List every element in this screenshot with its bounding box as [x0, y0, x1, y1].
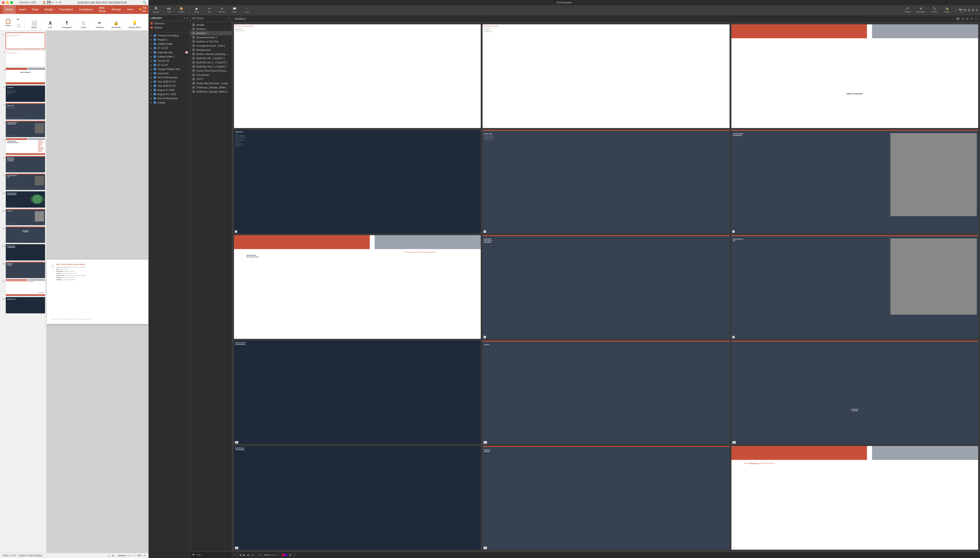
item-cptv[interactable]: CPTV [190, 77, 232, 81]
library-item-testjk[interactable]: ▶ Test for JK [148, 59, 190, 63]
theme-tool[interactable]: 🎨 Theme [176, 6, 187, 14]
insert-button[interactable]: □ Insert [79, 20, 88, 28]
pp-slide-6[interactable]: AVIATION CAREERAND MARRIAGE Look in the … [731, 130, 978, 233]
fit-icon[interactable]: ⊡ [144, 554, 145, 557]
design-ideas-button[interactable]: 💡 Design Ideas [128, 20, 141, 28]
item-amelia[interactable]: Amelia [190, 23, 232, 27]
item-build-my-life2[interactable]: Build My Life-2 - [ IndyCC ] [190, 64, 232, 69]
reflow-tool[interactable]: ⟳ Reflow [216, 6, 228, 14]
library-item-aug16[interactable]: ▶ August 16, 2020 [148, 92, 190, 96]
library-item-0712[interactable]: ▶ 07-12-20 [148, 46, 190, 50]
slide-thumb-13[interactable]: 13 RECORDS ANDACHIEVEMENTS [1, 244, 45, 261]
slide-thumb-16[interactable]: 16 WORKS CITED [1, 297, 45, 313]
slide-thumb-9[interactable]: 9 WORLD FLIGHT IN1937 Look in the slide … [1, 174, 45, 190]
pp-play-button[interactable]: ▶ [243, 553, 245, 556]
cut-button[interactable]: ✂ [14, 16, 22, 22]
pp-toolbar-grid-icon[interactable]: ⊞ [964, 8, 966, 12]
stage-tool[interactable]: 🎭 Stage [941, 6, 953, 14]
pp-loop-icon[interactable]: ↻ [252, 553, 254, 556]
slide-thumb-6[interactable]: 6 AVIATION CAREERAND MARRIAGE Look in th… [1, 121, 45, 137]
pp-slides-grid[interactable]: Here's your outline to get started Ameli… [232, 23, 980, 551]
pp-slide-13[interactable]: RECORDS ANDACHIEVEMENTS Look in the slid… [234, 446, 481, 550]
pp-maximize-button[interactable] [10, 1, 13, 4]
view-normal-icon[interactable]: ⬜ [107, 554, 110, 557]
library-item-themes[interactable]: ▶ Themes for testing [148, 33, 190, 38]
pp-slide-1[interactable]: Here's your outline to get started Ameli… [234, 25, 481, 128]
library-item-0712b[interactable]: ▶ 07-12-20 [148, 63, 190, 67]
new-slide-button[interactable]: ⬜ Slides [30, 20, 38, 28]
slide-thumb-5[interactable]: 5 EARLY LIFE Relation stops and marriage… [1, 103, 45, 120]
library-item-aug9[interactable]: ▶ August 9, 2020 [148, 88, 190, 92]
pp-slide-3[interactable]: AMELIA EARHART 3 [731, 25, 978, 128]
pp-toolbar-monitor-icon[interactable]: 🖥 [967, 8, 970, 12]
pp-color-btn[interactable] [282, 554, 287, 556]
pp-slide-11[interactable]: LEGACY Look in the slide notes below... … [483, 341, 729, 444]
item-death-was-arrested[interactable]: Death Was Arrested - [ Indy... [190, 81, 232, 85]
slide-panel[interactable]: 1 ⊘ Here's your outline to get started F… [0, 31, 46, 553]
pp-minimize-button[interactable] [6, 1, 9, 4]
slide-thumb-7[interactable]: 7 TRANSATLANTICSOLO FLIGHT IN 1932 LOOK … [1, 138, 45, 155]
tab-view[interactable]: View [124, 5, 135, 14]
slide-thumb-15[interactable]: 15 "INSERT AN INTERESTING QUOTE" HERE FR… [1, 279, 45, 296]
library-item-untitled[interactable]: ▶ untitled folder [148, 42, 190, 46]
bible-tool[interactable]: 📖 Bible [229, 6, 240, 14]
zoom-in-icon[interactable]: + [134, 554, 135, 557]
messages-tool[interactable]: ✉ Messages [914, 6, 927, 14]
pp-stop-button[interactable]: ■ [240, 553, 241, 556]
pp-library-menu-icon[interactable]: ≡ [187, 16, 188, 20]
pp-library-list[interactable]: Sermons Default ▶ Themes for testing ▶ [148, 21, 190, 558]
library-item-orange-playlist[interactable]: ▶ Orange Playlist Test [148, 67, 190, 71]
pp-slide-10[interactable]: SPECULATION ONDISAPPEARANCE Look in the … [234, 341, 481, 444]
pp-slide-15[interactable]: "INSERT AN INTERESTING QUOTE" HERE FROM … [731, 446, 978, 550]
library-item-sermons[interactable]: Sermons [148, 21, 190, 26]
sensitivity-button[interactable]: 🔒 Sensitivity [111, 20, 121, 28]
slide-thumb-10[interactable]: 10 SPECULATION ONDISAPPEARANCE Look in t… [1, 191, 45, 208]
pp-slide-14[interactable]: BOOKS BYEARHART 14 [483, 446, 729, 550]
tab-home[interactable]: Home [3, 5, 16, 14]
tab-insert[interactable]: Insert [16, 5, 29, 14]
pp-slides-settings-icon[interactable]: ⚙ [970, 17, 973, 20]
slide-thumb-12[interactable]: 12 IN POPULARCULTURE [1, 226, 45, 243]
pp-close-button[interactable] [2, 1, 5, 4]
search-tool[interactable]: 🔍 Search [150, 6, 162, 14]
font-button[interactable]: A Font [46, 20, 54, 28]
library-item-orange[interactable]: ▶ orange [148, 100, 190, 105]
items-add-button[interactable]: + [228, 16, 230, 20]
library-item-pick2[interactable]: ▶ Pick ProPresenter [148, 96, 190, 100]
pp-expand-btn[interactable]: ⛶ [293, 553, 296, 556]
pp-toolbar-camera-icon[interactable]: 📷 [959, 8, 963, 12]
pp-skip-button[interactable]: ⏭ [247, 553, 250, 556]
pp-slides-arrow-icon[interactable]: → [952, 17, 954, 20]
slide-thumb-11[interactable]: 11 LEGACY Look in the slide notes... [1, 209, 45, 225]
pp-add-button[interactable]: + [234, 553, 236, 556]
pp-speed-slider[interactable] [264, 555, 278, 555]
pp-slides-camera-icon[interactable]: 📷 [956, 17, 960, 20]
item-dickinson1[interactable]: Dickinson_Sample_Slides-1 [190, 90, 232, 94]
pp-slide-4[interactable]: CONTENTS Early lifeAviation career and m… [234, 130, 481, 233]
library-item-playlist1[interactable]: ▶ Playlist 1 [148, 38, 190, 42]
slide-thumb-2[interactable]: 2 ⊘ Related topics to research [1, 50, 45, 67]
slide-thumb-8[interactable]: 8 MOVE FROMNEW YORK TOCALIFORNIA Look in… [1, 156, 45, 172]
library-item-calendar[interactable]: ▶ Calendar test 📅 [148, 50, 190, 54]
pp-toolbar-close-icon[interactable]: ✕ [975, 8, 978, 12]
slide-thumb-3[interactable]: 3 AMELIA EARHART [1, 68, 45, 84]
tab-design[interactable]: Design [42, 5, 56, 14]
autosave-toggle[interactable]: OFF [30, 1, 37, 4]
item-broken-vessels[interactable]: Broken Vessels (Amazing Gr... [190, 52, 232, 56]
library-item-rouse[interactable]: ▶ rouse test [148, 71, 190, 75]
item-amelia1[interactable]: Amelia-1 [190, 27, 232, 31]
tab-slideshow[interactable]: Slide Show [96, 5, 109, 14]
item-build-my-life[interactable]: Build My Life - [ IndyCC ] [190, 56, 232, 60]
slide-thumb-4[interactable]: 4 CONTENTS Early LifeAviation career and… [1, 85, 45, 102]
main-slide[interactable]: ⊘ Here's your outline to get started Ame… [46, 259, 148, 324]
item-countdown[interactable]: Countdown [190, 73, 232, 77]
pp-slide-12[interactable]: IN POPULARCULTURE 12 [731, 341, 978, 444]
pp-slide-5[interactable]: EARLY LIFE Relation stops and marriage..… [483, 130, 729, 233]
pp-slides-monitor-icon[interactable]: 🖥 [966, 17, 968, 20]
item-bilingual[interactable]: bilingual test [190, 48, 232, 52]
library-item-untitled1[interactable]: ▶ untitled folder 1 [148, 54, 190, 59]
library-item-test0707b[interactable]: ▶ Test 2020-07-07 [148, 84, 190, 88]
tab-animations[interactable]: Animations [76, 5, 96, 14]
library-item-test0707a[interactable]: ▶ Test 2020-07-07 [148, 80, 190, 84]
slide-thumb-1[interactable]: 1 ⊘ Here's your outline to get started F… [1, 33, 45, 49]
